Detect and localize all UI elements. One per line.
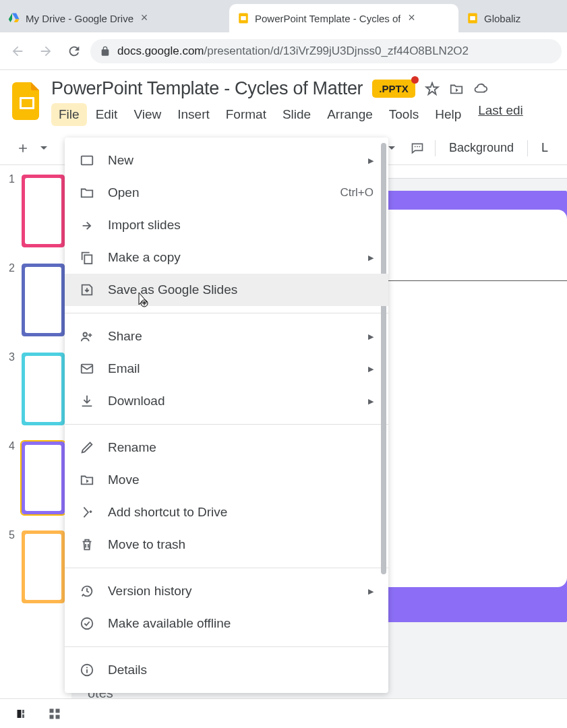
- svg-rect-3: [470, 16, 475, 20]
- bottom-bar: [0, 698, 567, 728]
- menu-slide[interactable]: Slide: [275, 103, 318, 126]
- move-folder-icon[interactable]: [449, 82, 464, 96]
- thumbnail-row[interactable]: 2: [5, 262, 66, 338]
- filmstrip-icon[interactable]: [16, 708, 28, 720]
- thumb-number: 5: [5, 529, 15, 605]
- menu-make-available-offline[interactable]: Make available offline: [65, 607, 388, 640]
- menu-arrange[interactable]: Arrange: [320, 103, 380, 126]
- browser-tab-drive[interactable]: My Drive - Google Drive ×: [0, 4, 229, 32]
- menu-rename[interactable]: Rename: [65, 431, 388, 464]
- new-slide-button[interactable]: [12, 138, 34, 159]
- browser-tab-slides[interactable]: PowerPoint Template - Cycles of ×: [229, 4, 458, 32]
- pptx-badge[interactable]: .PPTX: [372, 80, 415, 98]
- url-text: docs.google.com/presentation/d/13iVrZ99j…: [117, 44, 469, 58]
- thumb-number: 1: [5, 173, 15, 249]
- drive-favicon-icon: [8, 12, 20, 24]
- close-icon[interactable]: ×: [139, 13, 150, 24]
- url-bar[interactable]: docs.google.com/presentation/d/13iVrZ99j…: [90, 39, 562, 63]
- layout-button[interactable]: L: [535, 137, 555, 159]
- menu-open[interactable]: OpenCtrl+O: [65, 177, 388, 209]
- new-slide-dropdown[interactable]: [38, 138, 50, 159]
- menu-bar: File Edit View Insert Format Slide Arran…: [51, 103, 555, 126]
- document-title[interactable]: PowerPoint Template - Cycles of Matter: [51, 78, 363, 99]
- tab-title: My Drive - Google Drive: [26, 13, 133, 24]
- svg-rect-7: [22, 710, 24, 713]
- menu-share[interactable]: Share▶: [65, 320, 388, 353]
- svg-rect-9: [50, 708, 54, 712]
- svg-rect-11: [50, 715, 54, 719]
- slide-thumbnail[interactable]: [20, 440, 66, 516]
- last-edit-link[interactable]: Last edi: [478, 103, 523, 126]
- tab-title: PowerPoint Template - Cycles of: [255, 13, 400, 24]
- svg-point-16: [84, 333, 88, 337]
- menu-new[interactable]: New▶: [65, 144, 388, 177]
- slides-favicon-icon: [467, 12, 479, 24]
- thumbnail-row[interactable]: 4: [5, 440, 66, 516]
- svg-rect-13: [82, 156, 93, 165]
- tab-title: Globaliz: [484, 13, 520, 24]
- menu-format[interactable]: Format: [218, 103, 274, 126]
- thumbnail-row[interactable]: 1: [5, 173, 66, 249]
- menu-tools[interactable]: Tools: [382, 103, 426, 126]
- svg-rect-1: [241, 16, 246, 20]
- menu-make-copy[interactable]: Make a copy▶: [65, 241, 388, 274]
- browser-tab-bar: My Drive - Google Drive × PowerPoint Tem…: [0, 0, 567, 32]
- menu-view[interactable]: View: [126, 103, 169, 126]
- browser-tab-other[interactable]: Globaliz: [458, 4, 539, 32]
- slide-thumbnail[interactable]: [20, 262, 66, 338]
- star-icon[interactable]: [425, 82, 440, 96]
- menu-insert[interactable]: Insert: [170, 103, 217, 126]
- cursor-icon: [138, 291, 151, 312]
- close-icon[interactable]: ×: [406, 13, 417, 24]
- slide-thumbnail[interactable]: [20, 351, 66, 427]
- menu-details[interactable]: Details: [65, 654, 388, 686]
- reload-button[interactable]: [62, 39, 86, 63]
- svg-rect-12: [56, 715, 60, 719]
- address-bar: docs.google.com/presentation/d/13iVrZ99j…: [0, 32, 567, 70]
- slides-favicon-icon: [237, 12, 249, 24]
- slides-logo-icon[interactable]: [12, 82, 42, 120]
- grid-view-icon[interactable]: [49, 708, 61, 720]
- menu-download[interactable]: Download▶: [65, 385, 388, 417]
- menu-add-shortcut[interactable]: Add shortcut to Drive: [65, 496, 388, 528]
- file-menu-dropdown: New▶ OpenCtrl+O Import slides Make a cop…: [65, 138, 388, 693]
- thumbnail-row[interactable]: 5: [5, 529, 66, 605]
- slide-thumbnail[interactable]: [20, 529, 66, 605]
- menu-email[interactable]: Email▶: [65, 353, 388, 385]
- slide-thumbnail[interactable]: [20, 173, 66, 249]
- menu-save-as-google-slides[interactable]: Save as Google Slides: [65, 274, 388, 306]
- svg-rect-6: [18, 710, 22, 718]
- forward-button[interactable]: [34, 39, 58, 63]
- menu-move[interactable]: Move: [65, 464, 388, 496]
- svg-rect-10: [56, 708, 60, 712]
- svg-point-18: [82, 618, 93, 630]
- thumbnail-row[interactable]: 3: [5, 351, 66, 427]
- menu-edit[interactable]: Edit: [88, 103, 125, 126]
- thumb-number: 3: [5, 351, 15, 427]
- app-header: PowerPoint Template - Cycles of Matter .…: [0, 70, 567, 126]
- menu-move-to-trash[interactable]: Move to trash: [65, 528, 388, 561]
- svg-rect-5: [22, 99, 32, 107]
- menu-file[interactable]: File: [51, 103, 87, 126]
- lock-icon: [100, 46, 111, 57]
- menu-import-slides[interactable]: Import slides: [65, 209, 388, 241]
- back-button[interactable]: [5, 39, 30, 63]
- thumbnail-sidebar: 1 2 3 4 5: [0, 165, 71, 714]
- menu-version-history[interactable]: Version history▶: [65, 575, 388, 607]
- background-button[interactable]: Background: [442, 137, 520, 159]
- cloud-icon[interactable]: [473, 82, 488, 96]
- svg-rect-14: [84, 255, 92, 264]
- comment-button[interactable]: [407, 138, 428, 159]
- svg-rect-8: [22, 714, 24, 717]
- menu-help[interactable]: Help: [427, 103, 469, 126]
- thumb-number: 2: [5, 262, 15, 338]
- thumb-number: 4: [5, 440, 15, 516]
